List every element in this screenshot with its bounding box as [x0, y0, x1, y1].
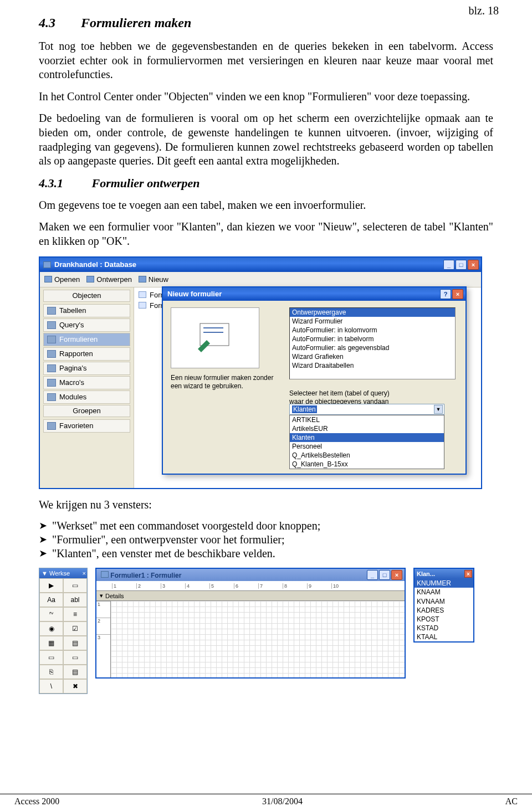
tool-button[interactable]: \: [39, 679, 63, 693]
field-item[interactable]: KTAAL: [415, 633, 473, 641]
dropdown-option[interactable]: Q_Klanten_B-15xx: [290, 460, 444, 469]
close-button[interactable]: ×: [391, 570, 402, 580]
detail-section-label: Details: [105, 593, 124, 599]
dialog-close-button[interactable]: ×: [452, 289, 463, 299]
sidebar-item[interactable]: Tabellen: [43, 304, 130, 317]
tool-button[interactable]: ✖: [63, 679, 87, 693]
bullet-item: ➤"Werkset" met een commandoset voorgeste…: [39, 520, 493, 532]
sidebar-item-label: Modules: [59, 393, 86, 401]
tool-button[interactable]: ☑: [63, 621, 87, 636]
field-item[interactable]: KVNAAM: [415, 597, 473, 606]
sidebar-item[interactable]: Query's: [43, 318, 130, 332]
design-icon: [86, 276, 94, 282]
help-button[interactable]: ?: [440, 289, 451, 299]
tool-button[interactable]: ▤: [63, 665, 87, 679]
tool-button[interactable]: ⎘: [39, 665, 63, 679]
tool-button[interactable]: ▭: [63, 650, 87, 665]
sidebar-item[interactable]: Rapporten: [43, 347, 130, 361]
subsection-heading: 4.3.1 Formulier ontwerpen: [39, 176, 493, 191]
toolbar-nieuw[interactable]: Nieuw: [139, 275, 168, 284]
dialog-option[interactable]: Wizard Grafieken: [290, 352, 455, 361]
sidebar-item-favorieten[interactable]: Favorieten: [43, 419, 130, 433]
klanten-titlebar[interactable]: Klan... ×: [415, 569, 473, 579]
toolbar-ontwerpen[interactable]: Ontwerpen: [86, 275, 132, 284]
form-preview-icon: [196, 321, 234, 354]
werkset-window: ▼ Werkse × ▶▭Aaablʳᵛ≡◉☑▦▤▭▭⎘▤\✖: [39, 568, 88, 694]
tool-button[interactable]: ▶: [39, 578, 63, 593]
toolbar-nieuw-label: Nieuw: [149, 275, 168, 284]
tool-button[interactable]: ◉: [39, 621, 63, 636]
form-icon: [139, 302, 146, 309]
formwin-titlebar[interactable]: Formulier1 : Formulier _ □ ×: [96, 569, 405, 581]
db-window-titlebar[interactable]: Drankhandel : Database _ □ ×: [40, 258, 481, 272]
close-button[interactable]: ×: [468, 260, 479, 270]
tool-button[interactable]: ≡: [63, 607, 87, 621]
page-footer: Access 2000 31/08/2004 AC: [0, 794, 532, 806]
dialog-titlebar[interactable]: Nieuw formulier ? ×: [163, 287, 466, 301]
sidebar-item-label: Pagina's: [59, 364, 86, 372]
tool-button[interactable]: ▤: [63, 636, 87, 650]
sidebar-item-label: Rapporten: [59, 350, 93, 358]
tool-button[interactable]: abl: [63, 593, 87, 607]
expand-icon[interactable]: ▾: [100, 592, 103, 599]
tool-button[interactable]: Aa: [39, 593, 63, 607]
detail-section-bar[interactable]: ▾ Details: [96, 591, 405, 601]
dialog-option[interactable]: Ontwerpweergave: [290, 308, 455, 317]
screenshot-three-windows: ▼ Werkse × ▶▭Aaablʳᵛ≡◉☑▦▤▭▭⎘▤\✖ Formulie…: [39, 568, 493, 694]
dropdown-option[interactable]: ArtikelsEUR: [290, 424, 444, 433]
sidebar-item-label: Favorieten: [59, 422, 93, 430]
sidebar-item-label: Tabellen: [59, 306, 86, 315]
subsection-title: Formulier ontwerpen: [92, 176, 200, 190]
dropdown-option[interactable]: ARTIKEL: [290, 415, 444, 424]
db-window-title: Drankhandel : Database: [54, 260, 136, 269]
tool-button[interactable]: ▭: [63, 578, 87, 593]
new-icon: [139, 276, 146, 282]
dropdown-option[interactable]: Personeel: [290, 442, 444, 451]
dialog-option[interactable]: Wizard Draaitabellen: [290, 361, 455, 370]
dialog-options-list[interactable]: OntwerpweergaveWizard FormulierAutoFormu…: [289, 307, 456, 379]
sidebar-item[interactable]: Pagina's: [43, 362, 130, 375]
form-design-grid[interactable]: [111, 601, 405, 677]
section-title: Formulieren maken: [81, 16, 191, 30]
dialog-option[interactable]: Wizard Formulier: [290, 317, 455, 326]
field-item[interactable]: KNAAM: [415, 588, 473, 597]
dialog-description: Een nieuw formulier maken zonder een wiz…: [171, 374, 282, 391]
field-item[interactable]: KSTAD: [415, 624, 473, 633]
tool-button[interactable]: ʳᵛ: [39, 607, 63, 621]
close-button[interactable]: ×: [464, 570, 472, 578]
dialog-option[interactable]: AutoFormulier: als gegevensblad: [290, 343, 455, 352]
close-icon[interactable]: ×: [83, 570, 86, 577]
object-type-icon: [47, 379, 56, 387]
table-select-combo[interactable]: Klanten ▼: [289, 404, 444, 415]
sidebar-item[interactable]: Formulieren: [43, 333, 130, 346]
werkset-title: Werkse: [49, 570, 70, 577]
dropdown-option[interactable]: Q_ArtikelsBestellen: [290, 451, 444, 460]
dialog-option[interactable]: AutoFormulier: in tabelvorm: [290, 335, 455, 343]
field-item[interactable]: KNUMMER: [415, 579, 473, 588]
bullet-arrow-icon: ➤: [39, 547, 52, 559]
werkset-titlebar[interactable]: ▼ Werkse ×: [39, 568, 87, 578]
sidebar-item[interactable]: Modules: [43, 390, 130, 404]
tool-button[interactable]: ▦: [39, 636, 63, 650]
toolbar-open[interactable]: Openen: [44, 275, 80, 284]
minimize-button[interactable]: _: [443, 260, 454, 270]
paragraph: In het Control Center onder "Objecten" v…: [39, 90, 493, 104]
footer-left: Access 2000: [14, 796, 59, 806]
bullet-item: ➤"Klanten", een venster met de beschikba…: [39, 547, 493, 560]
minimize-button[interactable]: _: [367, 570, 378, 580]
dropdown-option[interactable]: Klanten: [290, 433, 444, 442]
database-window: Drankhandel : Database _ □ × Openen Ontw…: [39, 256, 482, 489]
sidebar-item[interactable]: Macro's: [43, 376, 130, 389]
field-item[interactable]: KPOST: [415, 615, 473, 624]
paragraph: De bedoeling van de formulieren is voora…: [39, 111, 493, 168]
maximize-button[interactable]: □: [456, 260, 467, 270]
toolbar-ontwerpen-label: Ontwerpen: [96, 275, 132, 284]
tool-button[interactable]: ▭: [39, 650, 63, 665]
table-select-dropdown[interactable]: ARTIKELArtikelsEURKlantenPersoneelQ_Arti…: [289, 415, 444, 469]
chevron-down-icon[interactable]: ▼: [434, 405, 443, 414]
paragraph: Tot nog toe hebben we de gegevensbestand…: [39, 39, 493, 82]
screenshot-database-dialog: Drankhandel : Database _ □ × Openen Ontw…: [39, 256, 493, 489]
maximize-button[interactable]: □: [379, 570, 390, 580]
field-item[interactable]: KADRES: [415, 606, 473, 615]
dialog-option[interactable]: AutoFormulier: in kolomvorm: [290, 326, 455, 335]
